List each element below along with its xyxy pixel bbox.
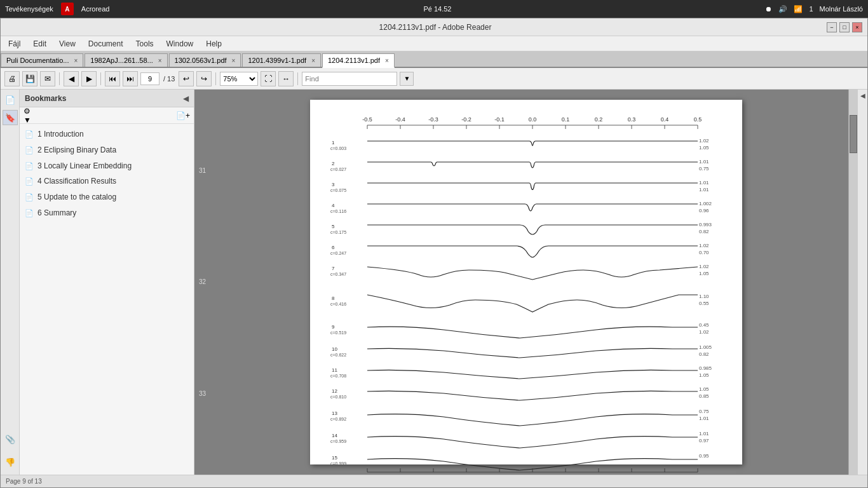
fit-page-button[interactable]: ⛶ (261, 71, 276, 86)
taskbar-activities[interactable]: Tevékenységek (5, 5, 53, 13)
svg-text:-0.3: -0.3 (428, 473, 438, 475)
tab-close-1982[interactable]: × (158, 57, 162, 64)
tab-bar: Puli Documentatio... × 1982ApJ...261..58… (1, 51, 867, 68)
svg-text:2: 2 (332, 161, 335, 166)
svg-text:0.0: 0.0 (528, 116, 536, 123)
svg-text:11: 11 (332, 367, 337, 373)
tab-1302[interactable]: 1302.0563v1.pdf × (169, 53, 241, 67)
svg-text:0.85: 0.85 (699, 393, 709, 399)
pdf-area[interactable]: 31 32 33 -0.5 -0.4 -0.3 -0.2 -0.1 0 (194, 90, 857, 475)
minimize-button[interactable]: − (827, 22, 837, 32)
sidebar-collapse-btn[interactable]: ◀ (183, 94, 189, 103)
svg-text:c=0.959: c=0.959 (330, 439, 346, 444)
sidebar-bookmarks: Bookmarks ◀ ⚙ ▼ 📄+ 📄 1 Introduction 📄 (20, 90, 194, 475)
taskbar-wifi-icon: 📶 (794, 5, 803, 13)
close-button[interactable]: × (852, 22, 862, 32)
nav-back-button[interactable]: ↩ (179, 71, 194, 86)
search-button[interactable]: ▼ (400, 72, 414, 86)
bookmark-label-5: 5 Update to the catalog (37, 192, 116, 203)
taskbar-user: Molnár László (820, 5, 863, 13)
svg-text:c=0.416: c=0.416 (330, 302, 346, 306)
pdf-page: -0.5 -0.4 -0.3 -0.2 -0.1 0.0 0.1 0.2 0.3… (310, 100, 742, 464)
nav-first-button[interactable]: ⏮ (105, 71, 120, 86)
menu-document[interactable]: Document (83, 38, 128, 50)
top-axis: -0.5 -0.4 -0.3 -0.2 -0.1 0.0 0.1 0.2 0.3… (362, 116, 702, 123)
sidebar-title: Bookmarks (25, 94, 66, 103)
svg-text:1.01: 1.01 (699, 187, 709, 193)
menu-view[interactable]: View (54, 38, 81, 50)
svg-text:1.05: 1.05 (699, 271, 709, 276)
panel-attachment-icon[interactable]: 📎 (3, 431, 18, 447)
tab-close-1204[interactable]: × (385, 57, 389, 64)
taskbar-app-name: Acroread (81, 5, 110, 13)
svg-text:0.993: 0.993 (699, 222, 712, 227)
save-button[interactable]: 💾 (22, 71, 37, 86)
title-bar-controls: − □ × (827, 22, 862, 32)
svg-text:1.002: 1.002 (699, 201, 712, 207)
tab-close-1201[interactable]: × (311, 57, 315, 64)
tab-label-1982: 1982ApJ...261..58... (90, 57, 153, 64)
tab-1982[interactable]: 1982ApJ...261..58... × (85, 53, 167, 67)
panel-page-icon[interactable]: 📄 (3, 92, 18, 107)
scrollbar-thumb[interactable] (850, 115, 857, 153)
tab-close-puli[interactable]: × (74, 57, 78, 64)
tab-close-1302[interactable]: × (232, 57, 236, 64)
nav-next-button[interactable]: ▶ (81, 71, 97, 86)
svg-text:0.97: 0.97 (699, 438, 709, 444)
curve-row-2: 2 c=0.027 1.01 0.75 (330, 159, 709, 172)
sidebar-header-controls: ◀ (183, 94, 189, 103)
curve-row-4: 4 c=0.116 1.002 0.96 (330, 201, 712, 214)
sidebar-new-btn[interactable]: 📄+ (176, 109, 190, 123)
panel-comment-icon[interactable]: 👎 (3, 454, 18, 470)
sep4 (297, 72, 298, 85)
bookmark-item-1[interactable]: 📄 1 Introduction (20, 126, 194, 142)
fit-width-button[interactable]: ↔ (278, 71, 294, 86)
svg-text:8: 8 (332, 295, 335, 301)
curve-row-3: 3 c=0.075 1.01 1.01 (330, 180, 709, 193)
page-total: / 13 (163, 75, 175, 83)
svg-text:-0.2: -0.2 (461, 116, 471, 123)
svg-text:-0.5: -0.5 (362, 473, 372, 475)
bookmark-label-2: 2 Eclipsing Binary Data (37, 145, 116, 156)
maximize-button[interactable]: □ (839, 22, 850, 32)
bookmark-item-3[interactable]: 📄 3 Locally Linear Embedding (20, 158, 194, 174)
tab-puli[interactable]: Puli Documentatio... × (1, 53, 83, 67)
bookmark-item-5[interactable]: 📄 5 Update to the catalog (20, 189, 194, 205)
left-icon-panel: 📄 🔖 📎 👎 (1, 90, 20, 475)
panel-bookmark-icon[interactable]: 🔖 (3, 110, 18, 125)
nav-prev-button[interactable]: ◀ (64, 71, 79, 86)
bookmark-item-2[interactable]: 📄 2 Eclipsing Binary Data (20, 142, 194, 158)
svg-text:0.4: 0.4 (660, 473, 668, 475)
svg-text:0.75: 0.75 (699, 409, 709, 414)
bookmark-item-6[interactable]: 📄 6 Summary (20, 205, 194, 221)
sidebar-options-btn[interactable]: ⚙ ▼ (24, 109, 37, 123)
nav-forward-button[interactable]: ↪ (196, 71, 212, 86)
svg-text:3: 3 (332, 182, 335, 187)
tab-1204[interactable]: 1204.2113v1.pdf × (322, 53, 395, 68)
bookmark-label-6: 6 Summary (37, 208, 76, 219)
menu-window[interactable]: Window (161, 38, 199, 50)
tab-label-1201: 1201.4399v1-1.pdf (248, 57, 306, 64)
menu-help[interactable]: Help (201, 38, 227, 50)
tab-1201[interactable]: 1201.4399v1-1.pdf × (242, 53, 321, 67)
svg-text:-0.5: -0.5 (362, 116, 372, 123)
svg-text:1: 1 (332, 140, 335, 146)
bookmark-label-1: 1 Introduction (37, 129, 84, 140)
right-expand-icon[interactable]: ◀ (860, 92, 865, 99)
svg-text:0.4: 0.4 (660, 116, 668, 123)
menu-edit[interactable]: Edit (28, 38, 51, 50)
bookmark-item-4[interactable]: 📄 4 Classification Results (20, 173, 194, 189)
vertical-scrollbar[interactable] (848, 90, 857, 475)
page-input[interactable] (140, 72, 159, 85)
bookmark-label-4: 4 Classification Results (37, 176, 116, 187)
svg-text:c=0.622: c=0.622 (330, 353, 346, 357)
nav-last-button[interactable]: ⏭ (123, 71, 138, 86)
print-button[interactable]: 🖨 (4, 71, 20, 86)
zoom-select[interactable]: 75% 50% 100% 125% 150% (220, 72, 258, 86)
svg-text:1.02: 1.02 (699, 329, 709, 335)
menu-tools[interactable]: Tools (131, 38, 159, 50)
menu-fajl[interactable]: Fájl (3, 38, 25, 50)
email-button[interactable]: ✉ (40, 71, 55, 86)
page-label-32: 32 (199, 278, 206, 285)
search-input[interactable] (302, 72, 397, 86)
